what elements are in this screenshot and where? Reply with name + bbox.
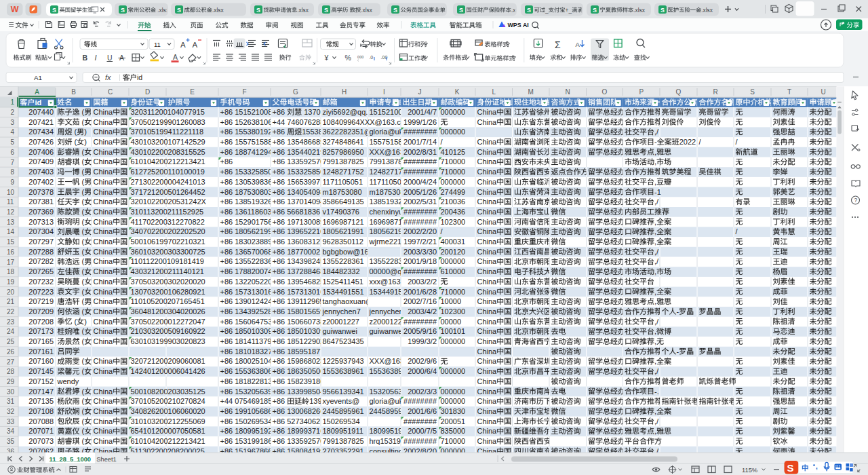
svg-text:China: China bbox=[94, 178, 114, 186]
svg-text:11: 11 bbox=[7, 198, 14, 206]
svg-text:(: ( bbox=[80, 297, 85, 305]
svg-text:14: 14 bbox=[7, 228, 15, 235]
svg-text:China: China bbox=[94, 397, 114, 405]
svg-text:S: S bbox=[324, 7, 328, 14]
svg-text:C: C bbox=[108, 88, 113, 96]
svg-text:I: I bbox=[383, 88, 385, 96]
svg-text:China: China bbox=[477, 417, 498, 425]
svg-text:184482332: 184482332 bbox=[323, 267, 360, 276]
svg-text:2445895961: 2445895961 bbox=[323, 407, 364, 415]
svg-text:G: G bbox=[293, 88, 298, 96]
svg-text:F: F bbox=[242, 88, 246, 96]
svg-text:Σ: Σ bbox=[555, 39, 561, 50]
svg-text:D: D bbox=[145, 88, 150, 96]
svg-text:,: , bbox=[654, 218, 656, 226]
svg-text:(: ( bbox=[80, 367, 85, 375]
svg-text:+86 1361186030: +86 1361186030 bbox=[220, 208, 276, 216]
svg-text:000000: 000000 bbox=[441, 367, 466, 375]
svg-text:370503200302020020: 370503200302020020 bbox=[131, 278, 205, 286]
svg-text:U: U bbox=[107, 54, 113, 62]
svg-text:000000: 000000 bbox=[441, 387, 466, 396]
svg-text:China: China bbox=[94, 367, 114, 375]
svg-text:,: , bbox=[654, 357, 656, 365]
svg-text:m18753080: m18753080 bbox=[323, 188, 362, 196]
svg-text:-1: -1 bbox=[654, 188, 661, 196]
svg-text:China: China bbox=[94, 318, 114, 326]
svg-text:2003/4/2: 2003/4/2 bbox=[408, 307, 437, 316]
svg-text:207135: 207135 bbox=[28, 397, 54, 405]
svg-text:China: China bbox=[477, 257, 498, 265]
svg-text:W: W bbox=[11, 5, 19, 14]
svg-text:207071: 207071 bbox=[28, 427, 54, 435]
svg-text:China: China bbox=[477, 337, 498, 345]
svg-text:+86 1557515881: +86 1557515881 bbox=[220, 138, 277, 146]
svg-text:.xlsx: .xlsx bbox=[633, 7, 645, 14]
svg-text:2000/7/5: 2000/7/5 bbox=[408, 427, 437, 435]
svg-text:+86 1533258500: +86 1533258500 bbox=[220, 168, 277, 176]
svg-text:O: O bbox=[602, 88, 608, 96]
svg-text:17: 17 bbox=[7, 259, 15, 266]
svg-text:fx: fx bbox=[105, 73, 111, 81]
svg-text:,/: ,/ bbox=[654, 417, 659, 425]
svg-text:150269534: 150269534 bbox=[323, 417, 360, 425]
svg-text:2001/7/14: 2001/7/14 bbox=[403, 138, 437, 146]
svg-text:China: China bbox=[477, 197, 498, 206]
svg-text:11_28_5_1000: 11_28_5_1000 bbox=[50, 456, 92, 463]
svg-text:207381: 207381 bbox=[28, 197, 54, 206]
svg-text:China: China bbox=[477, 318, 498, 326]
svg-text:207406: 207406 bbox=[28, 148, 54, 156]
svg-text:612725200110100019: 612725200110100019 bbox=[131, 168, 205, 176]
svg-text:China: China bbox=[94, 148, 114, 156]
svg-text:370502200012272047: 370502200012272047 bbox=[131, 318, 205, 326]
svg-text:2002/3/3: 2002/3/3 bbox=[408, 387, 437, 396]
svg-text:+86 1991056860: +86 1991056860 bbox=[220, 407, 277, 415]
svg-text:E: E bbox=[190, 88, 195, 96]
svg-text:207209: 207209 bbox=[28, 307, 54, 316]
svg-text:115%: 115% bbox=[742, 467, 757, 474]
svg-text:+86 1830238890: +86 1830238890 bbox=[220, 238, 277, 246]
svg-text:China: China bbox=[477, 397, 498, 405]
svg-text:-: - bbox=[677, 347, 679, 356]
svg-text:A1: A1 bbox=[34, 74, 42, 81]
svg-text:China: China bbox=[477, 208, 498, 216]
svg-text:-.: -. bbox=[654, 387, 659, 396]
svg-text:,: , bbox=[654, 297, 656, 305]
svg-text:22: 22 bbox=[7, 308, 15, 316]
svg-text:(: ( bbox=[80, 248, 85, 256]
svg-text:9: 9 bbox=[10, 178, 14, 186]
svg-text:500108200203035125: 500108200203035125 bbox=[131, 387, 205, 396]
svg-text:S: S bbox=[593, 7, 597, 14]
svg-text:(: ( bbox=[80, 387, 85, 396]
svg-text:+_: +_ bbox=[566, 7, 572, 14]
svg-text:-: - bbox=[677, 307, 679, 316]
svg-text:wendy: wendy bbox=[57, 377, 79, 385]
svg-text:3586649135: 3586649135 bbox=[323, 197, 364, 206]
svg-text:(: ( bbox=[80, 157, 85, 166]
svg-text:210303200509160922: 210303200509160922 bbox=[131, 327, 205, 335]
svg-text:+86 1532056390: +86 1532056390 bbox=[220, 387, 277, 396]
svg-text:+44 0754691850: +44 0754691850 bbox=[220, 397, 277, 405]
svg-text:China: China bbox=[477, 248, 498, 256]
svg-text:2002/5/31: 2002/5/31 bbox=[403, 197, 437, 206]
svg-text:710000: 710000 bbox=[441, 168, 466, 176]
svg-text:+86 1526381066: +86 1526381066 bbox=[220, 118, 277, 126]
svg-text:000000: 000000 bbox=[441, 397, 466, 405]
svg-text:China: China bbox=[477, 138, 498, 146]
svg-text:China: China bbox=[477, 367, 498, 375]
svg-text:+86 1390124240: +86 1390124240 bbox=[220, 297, 277, 305]
svg-text:207265: 207265 bbox=[28, 267, 54, 276]
svg-text:,: , bbox=[654, 238, 656, 246]
svg-text:207421: 207421 bbox=[28, 118, 54, 126]
svg-text:24: 24 bbox=[7, 328, 15, 335]
svg-text:S: S bbox=[256, 7, 260, 14]
svg-text:207173: 207173 bbox=[28, 327, 54, 335]
svg-text:China: China bbox=[94, 407, 114, 415]
svg-text:27: 27 bbox=[7, 358, 15, 366]
svg-text:(: ( bbox=[80, 278, 85, 286]
svg-text:610104200212213421: 610104200212213421 bbox=[131, 157, 205, 166]
svg-text:710000: 710000 bbox=[441, 288, 466, 296]
svg-text:China: China bbox=[94, 297, 114, 305]
svg-text:(: ( bbox=[80, 397, 85, 405]
svg-text:1997/2/21: 1997/2/21 bbox=[403, 238, 437, 246]
svg-text:430103200107142529: 430103200107142529 bbox=[131, 138, 205, 146]
